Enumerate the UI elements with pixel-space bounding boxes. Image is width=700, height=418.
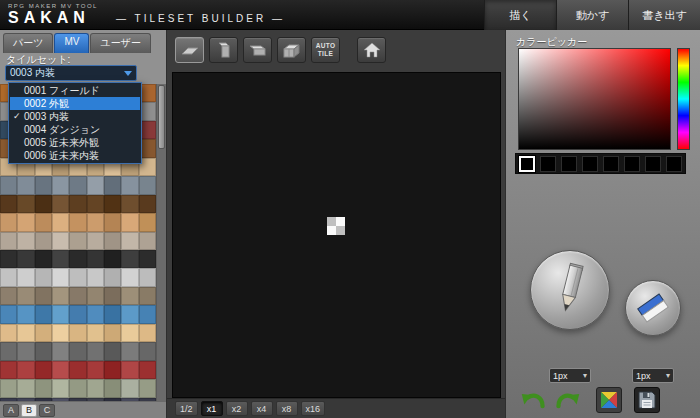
palette-tile[interactable] <box>17 176 34 194</box>
palette-tile[interactable] <box>139 268 156 286</box>
palette-tile[interactable] <box>104 250 121 268</box>
palette-tile[interactable] <box>52 342 69 360</box>
palette-tile[interactable] <box>104 305 121 323</box>
wall-wide-tile-button[interactable] <box>243 37 272 63</box>
palette-tile[interactable] <box>35 324 52 342</box>
palette-tile[interactable] <box>35 342 52 360</box>
color-swatch[interactable] <box>519 156 535 172</box>
palette-tile[interactable] <box>121 361 138 379</box>
palette-tile[interactable] <box>52 287 69 305</box>
palette-tile[interactable] <box>139 324 156 342</box>
palette-tile[interactable] <box>0 379 17 397</box>
palette-tile[interactable] <box>17 232 34 250</box>
palette-tile[interactable] <box>104 324 121 342</box>
tileset-option[interactable]: 0001 フィールド <box>10 84 140 97</box>
eraser-tool-button[interactable] <box>625 280 681 336</box>
palette-tile[interactable] <box>17 213 34 231</box>
palette-tile[interactable] <box>52 250 69 268</box>
tileset-option[interactable]: ✓0003 内装 <box>10 110 140 123</box>
palette-tile[interactable] <box>104 361 121 379</box>
zoom-1-2-button[interactable]: 1/2 <box>175 401 198 416</box>
palette-tile[interactable] <box>121 324 138 342</box>
color-set-button[interactable] <box>596 387 622 413</box>
color-swatch[interactable] <box>582 156 598 172</box>
palette-tile[interactable] <box>139 342 156 360</box>
palette-tile[interactable] <box>52 195 69 213</box>
palette-tile[interactable] <box>87 213 104 231</box>
tileset-option[interactable]: 0004 ダンジョン <box>10 123 140 136</box>
palette-tile[interactable] <box>87 232 104 250</box>
palette-tile[interactable] <box>69 287 86 305</box>
eraser-size-select[interactable]: 1px ▾ <box>632 368 674 383</box>
palette-tile[interactable] <box>0 232 17 250</box>
palette-tile[interactable] <box>69 213 86 231</box>
palette-tile[interactable] <box>35 287 52 305</box>
color-swatch[interactable] <box>645 156 661 172</box>
undo-button[interactable] <box>520 388 546 414</box>
palette-tile[interactable] <box>35 195 52 213</box>
tab-parts[interactable]: パーツ <box>3 33 53 53</box>
palette-tile[interactable] <box>17 287 34 305</box>
palette-tile[interactable] <box>0 268 17 286</box>
palette-tile[interactable] <box>121 250 138 268</box>
palette-tile[interactable] <box>52 232 69 250</box>
palette-tile[interactable] <box>139 213 156 231</box>
nav-move-button[interactable]: 動かす <box>556 0 628 30</box>
palette-tile[interactable] <box>121 342 138 360</box>
palette-tile[interactable] <box>121 287 138 305</box>
palette-tile[interactable] <box>69 250 86 268</box>
palette-tile[interactable] <box>35 305 52 323</box>
palette-tile[interactable] <box>69 232 86 250</box>
redo-button[interactable] <box>555 388 581 414</box>
palette-tile[interactable] <box>35 213 52 231</box>
palette-tile[interactable] <box>104 213 121 231</box>
palette-tile[interactable] <box>87 195 104 213</box>
palette-tile[interactable] <box>87 287 104 305</box>
palette-tile[interactable] <box>69 324 86 342</box>
sheet-tab-a[interactable]: A <box>3 404 19 417</box>
saturation-value-picker[interactable] <box>518 48 671 150</box>
pencil-tool-button[interactable] <box>530 250 610 330</box>
palette-tile[interactable] <box>17 361 34 379</box>
palette-tile[interactable] <box>69 195 86 213</box>
palette-scrollbar[interactable] <box>156 84 166 416</box>
palette-tile[interactable] <box>35 232 52 250</box>
tab-user[interactable]: ユーザー <box>90 33 150 53</box>
palette-tile[interactable] <box>104 176 121 194</box>
palette-tile[interactable] <box>0 195 17 213</box>
palette-tile[interactable] <box>52 324 69 342</box>
zoom-x2-button[interactable]: x2 <box>226 401 248 416</box>
palette-tile[interactable] <box>104 232 121 250</box>
tileset-option[interactable]: 0006 近未来内装 <box>10 149 140 162</box>
drawing-canvas[interactable] <box>172 72 501 398</box>
palette-tile[interactable] <box>52 305 69 323</box>
palette-tile[interactable] <box>35 176 52 194</box>
palette-tile[interactable] <box>69 379 86 397</box>
zoom-x1-button[interactable]: x1 <box>201 401 223 416</box>
palette-tile[interactable] <box>87 324 104 342</box>
palette-tile[interactable] <box>87 379 104 397</box>
palette-tile[interactable] <box>69 268 86 286</box>
palette-tile[interactable] <box>17 195 34 213</box>
palette-tile[interactable] <box>87 268 104 286</box>
zoom-x4-button[interactable]: x4 <box>251 401 273 416</box>
scrollbar-thumb[interactable] <box>158 85 165 149</box>
color-swatch[interactable] <box>624 156 640 172</box>
nav-export-button[interactable]: 書き出す <box>628 0 700 30</box>
palette-tile[interactable] <box>0 287 17 305</box>
auto-tile-button[interactable]: AUTO TILE <box>311 37 340 63</box>
palette-tile[interactable] <box>139 287 156 305</box>
floor-tile-button[interactable] <box>175 37 204 63</box>
sheet-tab-b[interactable]: B <box>21 404 37 417</box>
palette-tile[interactable] <box>69 361 86 379</box>
save-button[interactable] <box>634 387 660 413</box>
palette-tile[interactable] <box>0 342 17 360</box>
palette-tile[interactable] <box>121 268 138 286</box>
palette-tile[interactable] <box>121 213 138 231</box>
zoom-x16-button[interactable]: x16 <box>301 401 326 416</box>
palette-tile[interactable] <box>17 268 34 286</box>
palette-tile[interactable] <box>139 305 156 323</box>
palette-tile[interactable] <box>139 232 156 250</box>
palette-tile[interactable] <box>69 305 86 323</box>
palette-tile[interactable] <box>104 287 121 305</box>
